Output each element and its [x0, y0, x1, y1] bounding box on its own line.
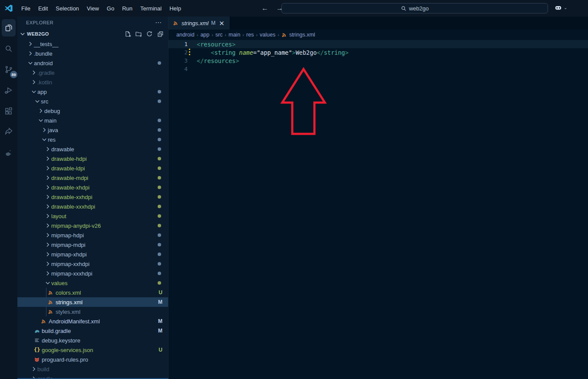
section-actions: [124, 30, 164, 37]
tree-item-mipmap-anydpi-v26[interactable]: mipmap-anydpi-v26: [17, 221, 168, 230]
breadcrumb-separator: ›: [211, 32, 213, 37]
tree-item-drawable-ldpi[interactable]: drawable-ldpi: [17, 163, 168, 173]
git-modified-dot: [158, 100, 161, 103]
git-modified-dot: [158, 272, 161, 275]
git-untracked-dot: [158, 281, 161, 285]
file-tree: __tests__.bundleandroid.gradle.kotlinapp…: [17, 39, 168, 379]
tree-item-drawable[interactable]: drawable: [17, 144, 168, 154]
breadcrumb-app[interactable]: app: [200, 32, 209, 38]
breadcrumb-src[interactable]: src: [215, 32, 223, 38]
command-center-search[interactable]: web2go: [281, 3, 548, 13]
collapse-all-icon[interactable]: [157, 30, 164, 37]
line-number[interactable]: 2: [168, 49, 188, 56]
breadcrumb-android[interactable]: android: [176, 32, 195, 38]
menu-terminal[interactable]: Terminal: [136, 3, 165, 13]
back-arrow-icon[interactable]: ←: [260, 3, 270, 13]
activity-search-button[interactable]: [2, 40, 16, 57]
section-header-web2go[interactable]: WEB2GO: [17, 29, 168, 39]
menu-run[interactable]: Run: [118, 3, 136, 13]
git-badge: M: [158, 318, 162, 324]
tree-item-res[interactable]: res: [17, 135, 168, 144]
tree-item-main[interactable]: main: [17, 116, 168, 125]
menu-edit[interactable]: Edit: [34, 3, 52, 13]
tree-item-label: android: [34, 60, 53, 66]
tree-item-debug[interactable]: debug: [17, 106, 168, 116]
more-actions-icon[interactable]: ⋯: [155, 19, 162, 27]
tree-item-drawable-mdpi[interactable]: drawable-mdpi: [17, 173, 168, 183]
breadcrumb-separator: ›: [256, 32, 258, 37]
tree-item-strings-xml[interactable]: strings.xmlM: [17, 297, 168, 307]
git-untracked-dot: [158, 214, 161, 218]
new-folder-icon[interactable]: [135, 30, 142, 37]
tree-item--bundle[interactable]: .bundle: [17, 49, 168, 58]
activity-source-control-button[interactable]: 89: [2, 61, 16, 78]
line-number[interactable]: 1: [168, 41, 188, 47]
tree-item-drawable-xxxhdpi[interactable]: drawable-xxxhdpi: [17, 202, 168, 211]
tree-item-app[interactable]: app: [17, 87, 168, 96]
tree-item-build-gradle[interactable]: build.gradleM: [17, 326, 168, 336]
tree-item--tests-[interactable]: __tests__: [17, 39, 168, 49]
tree-item-mipmap-mdpi[interactable]: mipmap-mdpi: [17, 240, 168, 249]
tree-item-debug-keystore[interactable]: debug.keystore: [17, 336, 168, 345]
breadcrumb-main[interactable]: main: [228, 32, 240, 38]
chevron-down-icon: [34, 98, 41, 105]
chevron-right-icon: [44, 174, 51, 181]
activity-genie-lamp-button[interactable]: [2, 144, 16, 162]
code-line-3[interactable]: 3</resources>: [168, 57, 588, 65]
tree-item-mipmap-hdpi[interactable]: mipmap-hdpi: [17, 230, 168, 240]
code-line-2[interactable]: 2 <string name="app_name">Web2go</string…: [168, 48, 588, 57]
menu-help[interactable]: Help: [165, 3, 185, 13]
refresh-icon[interactable]: [146, 30, 153, 37]
menu-view[interactable]: View: [83, 3, 103, 13]
editor-area[interactable]: strings.xml M ✕ android›app›src›main›res…: [168, 17, 588, 379]
search-icon: [401, 6, 406, 11]
breadcrumb-separator: ›: [242, 32, 244, 37]
activity-extensions-button[interactable]: [2, 103, 16, 120]
close-icon[interactable]: ✕: [218, 20, 225, 27]
tree-item-drawable-xhdpi[interactable]: drawable-xhdpi: [17, 183, 168, 192]
vscode-logo-icon: [0, 3, 17, 13]
menu-selection[interactable]: Selection: [52, 3, 83, 13]
tree-item-mipmap-xhdpi[interactable]: mipmap-xhdpi: [17, 249, 168, 259]
breadcrumb-separator: ›: [277, 32, 279, 37]
tab-strings-xml[interactable]: strings.xml M ✕: [168, 17, 230, 30]
code-line-4[interactable]: 4: [168, 65, 588, 73]
breadcrumb-values[interactable]: values: [260, 32, 275, 38]
tree-item--kotlin[interactable]: .kotlin: [17, 77, 168, 87]
tree-item-drawable-xxhdpi[interactable]: drawable-xxhdpi: [17, 192, 168, 202]
copilot-menu[interactable]: ⌄: [554, 3, 567, 12]
tree-item-build[interactable]: build: [17, 364, 168, 374]
line-number[interactable]: 4: [168, 66, 188, 72]
menu-go[interactable]: Go: [103, 3, 118, 13]
tree-item--gradle[interactable]: .gradle: [17, 68, 168, 77]
activity-explorer-button[interactable]: [2, 19, 16, 37]
breadcrumb-res[interactable]: res: [246, 32, 254, 38]
tree-item-java[interactable]: java: [17, 125, 168, 135]
tree-item-colors-xml[interactable]: colors.xmlU: [17, 288, 168, 297]
tree-item-google-services-json[interactable]: {}google-services.jsonU: [17, 345, 168, 355]
tree-item-android[interactable]: android: [17, 58, 168, 68]
menu-file[interactable]: File: [17, 3, 34, 13]
code-view[interactable]: 1<resources>2 <string name="app_name">We…: [168, 40, 588, 73]
tree-item-mipmap-xxhdpi[interactable]: mipmap-xxhdpi: [17, 259, 168, 269]
tree-item-mipmap-xxxhdpi[interactable]: mipmap-xxxhdpi: [17, 269, 168, 278]
breadcrumb-file[interactable]: strings.xml: [281, 32, 315, 38]
tree-item-styles-xml[interactable]: styles.xml: [17, 307, 168, 316]
breadcrumb-separator: ›: [225, 32, 227, 37]
tree-item-layout[interactable]: layout: [17, 211, 168, 221]
git-untracked-dot: [158, 195, 161, 199]
tree-item-proguard-rules-pro[interactable]: proguard-rules.pro: [17, 355, 168, 364]
code-line-1[interactable]: 1<resources>: [168, 40, 588, 48]
menu-bar: FileEditSelectionViewGoRunTerminalHelp: [17, 3, 185, 13]
tree-item-values[interactable]: values: [17, 278, 168, 288]
tree-item-src[interactable]: src: [17, 96, 168, 106]
chevron-right-icon: [44, 241, 51, 248]
activity-run-debug-button[interactable]: [2, 82, 16, 99]
tree-item-label: drawable-xhdpi: [51, 184, 89, 191]
line-number[interactable]: 3: [168, 57, 188, 64]
tree-item-drawable-hdpi[interactable]: drawable-hdpi: [17, 154, 168, 163]
activity-share-button[interactable]: [2, 123, 16, 141]
tree-item-androidmanifest-xml[interactable]: AndroidManifest.xmlM: [17, 316, 168, 326]
xml-icon: [48, 299, 56, 305]
new-file-icon[interactable]: [124, 30, 131, 37]
